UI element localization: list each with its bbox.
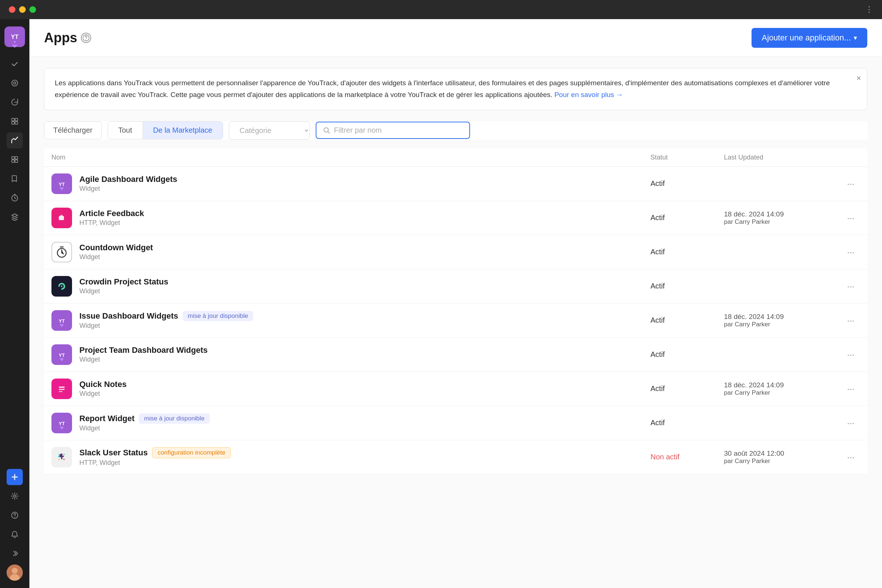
close-window-button[interactable]	[9, 6, 15, 13]
svg-text:YT: YT	[11, 34, 19, 40]
sidebar-item-issues[interactable]	[7, 56, 23, 72]
row-more-button[interactable]: ···	[842, 313, 860, 328]
sidebar-item-help[interactable]	[7, 507, 23, 524]
svg-text:YT: YT	[59, 421, 65, 426]
user-avatar[interactable]	[7, 564, 23, 580]
svg-rect-39	[59, 391, 63, 392]
row-more-button[interactable]: ···	[842, 279, 860, 294]
last-updated: 18 déc. 2024 14:09 par Carry Parker	[724, 313, 842, 328]
app-status: Actif	[651, 418, 724, 427]
app-details: Project Team Dashboard Widgets Widget	[80, 345, 208, 363]
col-name: Nom	[51, 154, 651, 161]
banner-close-button[interactable]: ×	[856, 74, 861, 83]
add-button[interactable]	[7, 469, 23, 485]
app-icon-countdown	[51, 242, 72, 262]
table-row: Crowdin Project Status Widget Actif ···	[44, 269, 867, 303]
row-more-button[interactable]: ···	[842, 176, 860, 191]
last-updated: 30 août 2024 12:00 par Carry Parker	[724, 450, 842, 465]
search-input[interactable]	[334, 126, 463, 135]
table-row: YT Project Team Dashboard Widgets Widget	[44, 338, 867, 372]
app-icon-issue-dashboard: YT	[51, 310, 72, 331]
update-badge: mise à jour disponible	[183, 311, 253, 321]
app-name: Article Feedback	[80, 209, 144, 218]
maximize-window-button[interactable]	[29, 6, 36, 13]
app-type: Widget	[80, 185, 177, 193]
app-logo[interactable]: YT	[4, 27, 25, 47]
row-more-button[interactable]: ···	[842, 347, 860, 362]
app-type: HTTP, Widget	[80, 459, 231, 467]
help-icon[interactable]	[81, 33, 91, 43]
app-name: Report Widget mise à jour disponible	[80, 413, 210, 424]
svg-point-21	[86, 39, 86, 40]
row-more-button[interactable]: ···	[842, 211, 860, 225]
sidebar-item-apps[interactable]	[7, 152, 23, 168]
app-info: YT Project Team Dashboard Widgets Widget	[51, 344, 651, 365]
svg-rect-7	[12, 122, 14, 124]
page-content: Les applications dans YouTrack vous perm…	[29, 57, 882, 588]
filter-marketplace-button[interactable]: De la Marketplace	[143, 122, 223, 139]
sidebar-expand-button[interactable]	[7, 545, 23, 561]
app-status: Actif	[651, 213, 724, 222]
sidebar-navigation	[7, 56, 23, 469]
app-icon-report-widget: YT	[51, 413, 72, 433]
learn-more-link[interactable]: Pour en savoir plus →	[554, 91, 623, 99]
sidebar-item-sprints[interactable]	[7, 113, 23, 129]
app-info: Quick Notes Widget	[51, 378, 651, 399]
search-input-wrap	[316, 122, 470, 139]
sidebar-item-reports[interactable]	[7, 94, 23, 110]
table-row: YT Agile Dashboard Widgets Widget	[44, 167, 867, 201]
svg-rect-38	[59, 389, 64, 390]
app-type: Widget	[80, 253, 153, 261]
svg-rect-10	[15, 156, 18, 159]
download-button[interactable]: Télécharger	[44, 121, 102, 139]
sidebar-item-notifications[interactable]	[7, 526, 23, 542]
app-icon-slack	[51, 447, 72, 468]
app-status: Actif	[651, 384, 724, 393]
row-more-button[interactable]: ···	[842, 245, 860, 260]
app-status: Actif	[651, 248, 724, 256]
row-more-button[interactable]: ···	[842, 416, 860, 430]
app-name: Crowdin Project Status	[80, 277, 168, 286]
minimize-window-button[interactable]	[19, 6, 26, 13]
sidebar-item-time[interactable]	[7, 190, 23, 206]
last-updated: 18 déc. 2024 14:09 par Carry Parker	[724, 210, 842, 226]
svg-text:YT: YT	[59, 352, 65, 358]
row-more-button[interactable]: ···	[842, 381, 860, 396]
app-info: YT Agile Dashboard Widgets Widget	[51, 174, 651, 194]
window-menu-icon[interactable]: ⋮	[865, 5, 873, 14]
filter-bar: Télécharger Tout De la Marketplace Catég…	[44, 121, 867, 140]
app-type: Widget	[80, 390, 126, 398]
sidebar-item-settings[interactable]	[7, 488, 23, 504]
add-application-button[interactable]: Ajouter une application... ▾	[752, 28, 867, 48]
app-name: Countdown Widget	[80, 243, 153, 252]
app-status: Actif	[651, 316, 724, 324]
table-row: Slack User Status configuration incomplè…	[44, 440, 867, 474]
svg-point-29	[61, 285, 63, 287]
app-info: Slack User Status configuration incomplè…	[51, 447, 651, 468]
last-updated: 18 déc. 2024 14:09 par Carry Parker	[724, 381, 842, 396]
svg-point-16	[14, 517, 15, 518]
page-title: Apps	[44, 30, 77, 46]
window-controls	[9, 6, 36, 13]
app-info: Article Feedback HTTP, Widget	[51, 208, 651, 228]
category-filter[interactable]: Catégorie	[229, 121, 310, 140]
filter-all-button[interactable]: Tout	[108, 122, 142, 139]
app-name: Project Team Dashboard Widgets	[80, 345, 208, 355]
svg-point-18	[12, 568, 18, 574]
sidebar-item-stack[interactable]	[7, 209, 23, 225]
sidebar-bottom	[7, 469, 23, 580]
app-status: Actif	[651, 282, 724, 290]
app-status: Non actif	[651, 453, 724, 461]
app-name: Quick Notes	[80, 380, 126, 389]
sidebar-item-dashboard[interactable]	[7, 132, 23, 148]
app-info: Crowdin Project Status Widget	[51, 276, 651, 297]
app-details: Countdown Widget Widget	[80, 243, 153, 261]
svg-point-4	[14, 82, 16, 84]
sidebar-item-agile[interactable]	[7, 75, 23, 91]
apps-table: Nom Statut Last Updated YT	[44, 148, 867, 474]
sidebar-item-knowledge[interactable]	[7, 171, 23, 187]
svg-rect-9	[12, 156, 14, 159]
row-more-button[interactable]: ···	[842, 450, 860, 465]
col-status: Statut	[651, 154, 724, 161]
app-name: Issue Dashboard Widgets mise à jour disp…	[80, 311, 253, 321]
